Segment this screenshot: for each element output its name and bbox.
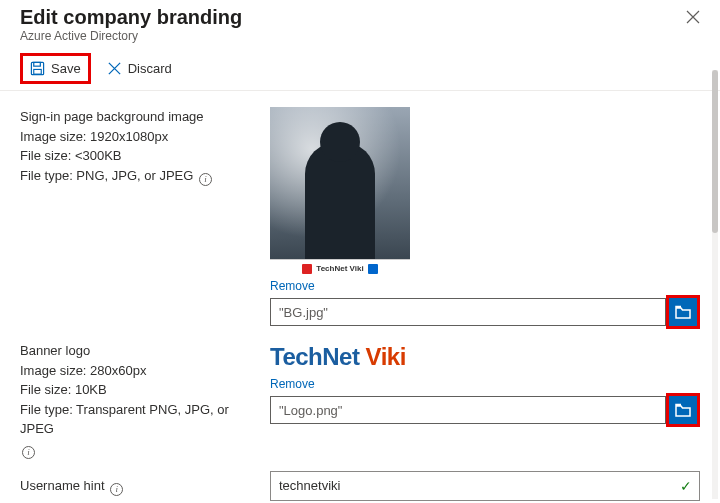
folder-icon [675, 403, 691, 417]
bg-file-input[interactable]: "BG.jpg" [270, 298, 666, 326]
preview-badge-strip: TechNet Viki [270, 259, 410, 277]
username-hint-input[interactable] [270, 471, 700, 501]
discard-icon [107, 61, 122, 76]
page-title: Edit company branding [20, 6, 242, 29]
save-label: Save [51, 61, 81, 76]
command-bar: Save Discard [0, 47, 720, 91]
close-icon[interactable] [682, 6, 704, 32]
banner-file-input[interactable]: "Logo.png" [270, 396, 666, 424]
discard-button[interactable]: Discard [101, 57, 178, 80]
banner-filetype: File type: Transparent PNG, JPG, or JPEG… [20, 400, 250, 459]
form-content: Sign-in page background image Image size… [0, 91, 720, 503]
info-icon[interactable]: i [199, 173, 212, 186]
banner-logo-preview: TechNet Viki [270, 341, 700, 377]
info-icon[interactable]: i [110, 483, 123, 496]
banner-browse-highlight [666, 393, 700, 427]
save-button[interactable]: Save [24, 57, 87, 80]
svg-rect-2 [34, 69, 42, 74]
bg-image-preview: TechNet Viki [270, 107, 410, 277]
bg-image-section: Sign-in page background image Image size… [20, 107, 700, 329]
banner-logo-section: Banner logo Image size: 280x60px File si… [20, 341, 700, 459]
svg-rect-1 [34, 62, 41, 66]
bg-heading: Sign-in page background image [20, 107, 250, 127]
banner-remove-link[interactable]: Remove [270, 377, 700, 391]
banner-filesize: File size: 10KB [20, 380, 250, 400]
bg-filetype: File type: PNG, JPG, or JPEG i [20, 166, 250, 186]
save-icon [30, 61, 45, 76]
username-hint-section: Username hint i ✓ [20, 471, 700, 501]
bg-browse-highlight [666, 295, 700, 329]
scrollbar-thumb[interactable] [712, 70, 718, 233]
username-hint-label: Username hint [20, 478, 105, 493]
banner-browse-button[interactable] [669, 396, 697, 424]
banner-heading: Banner logo [20, 341, 250, 361]
bg-remove-link[interactable]: Remove [270, 279, 700, 293]
blade-header: Edit company branding Azure Active Direc… [0, 0, 720, 47]
bg-size: Image size: 1920x1080px [20, 127, 250, 147]
valid-check-icon: ✓ [680, 478, 692, 494]
banner-size: Image size: 280x60px [20, 361, 250, 381]
page-subtitle: Azure Active Directory [20, 29, 242, 43]
folder-icon [675, 305, 691, 319]
bg-browse-button[interactable] [669, 298, 697, 326]
discard-label: Discard [128, 61, 172, 76]
save-highlight: Save [20, 53, 91, 84]
scrollbar[interactable] [712, 70, 718, 499]
bg-filesize: File size: <300KB [20, 146, 250, 166]
info-icon[interactable]: i [22, 446, 35, 459]
